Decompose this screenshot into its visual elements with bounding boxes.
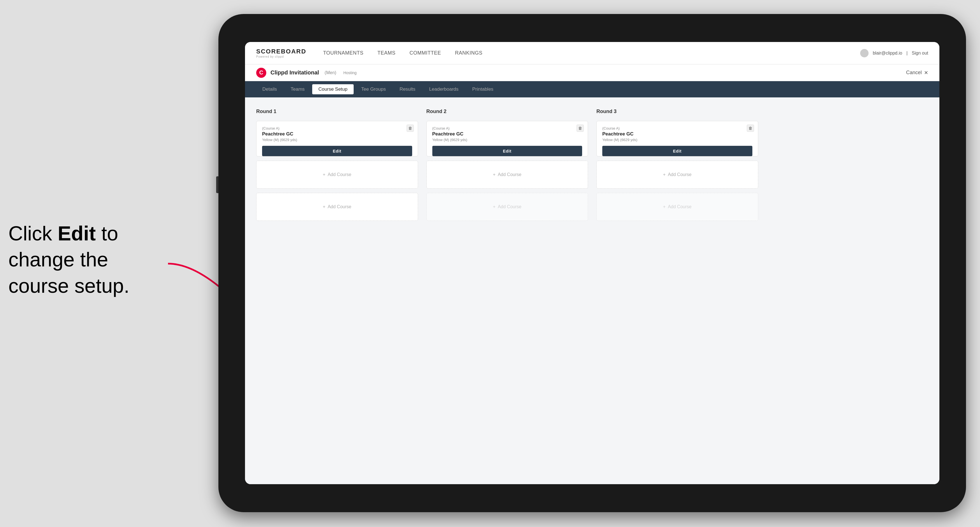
round-1-add-course-2[interactable]: + Add Course xyxy=(256,193,418,221)
round-1-course-card: 🗑 (Course A) Peachtree GC Yellow (M) (66… xyxy=(256,121,418,156)
round-1-title: Round 1 xyxy=(256,109,418,114)
tab-course-setup[interactable]: Course Setup xyxy=(312,84,354,94)
trash-icon-2: 🗑 xyxy=(578,126,582,130)
nav-right: blair@clippd.io | Sign out xyxy=(860,49,928,57)
tournament-gender: (Men) xyxy=(325,70,336,75)
user-email: blair@clippd.io xyxy=(873,51,902,56)
close-icon: ✕ xyxy=(924,70,928,76)
round-2-title: Round 2 xyxy=(426,109,588,114)
round-1-course-label: (Course A) xyxy=(262,126,412,130)
separator: | xyxy=(906,51,907,56)
tab-details[interactable]: Details xyxy=(256,84,283,94)
nav-committee[interactable]: COMMITTEE xyxy=(410,50,441,56)
nav-links: TOURNAMENTS TEAMS COMMITTEE RANKINGS xyxy=(323,50,860,56)
round-2-delete-button[interactable]: 🗑 xyxy=(576,125,584,132)
tab-bar: Details Teams Course Setup Tee Groups Re… xyxy=(245,81,939,97)
round-1-column: Round 1 🗑 (Course A) Peachtree GC Yellow… xyxy=(256,109,418,221)
round-2-course-name: Peachtree GC xyxy=(432,131,582,137)
round-2-course-label: (Course A) xyxy=(432,126,582,130)
rounds-container: Round 1 🗑 (Course A) Peachtree GC Yellow… xyxy=(256,109,928,221)
tab-results[interactable]: Results xyxy=(393,84,422,94)
top-nav: SCOREBOARD Powered by clippd TOURNAMENTS… xyxy=(245,42,939,64)
round-3-course-name: Peachtree GC xyxy=(602,131,752,137)
round-3-title: Round 3 xyxy=(597,109,758,114)
plus-icon-1: + xyxy=(323,172,325,177)
trash-icon-3: 🗑 xyxy=(748,126,752,130)
round-2-add-course-2: + Add Course xyxy=(426,193,588,221)
scoreboard-subtitle: Powered by clippd xyxy=(256,55,306,58)
round-1-edit-button[interactable]: Edit xyxy=(262,146,412,156)
round-2-add-course-1[interactable]: + Add Course xyxy=(426,160,588,189)
round-2-edit-button[interactable]: Edit xyxy=(432,146,582,156)
round-3-course-card: 🗑 (Course A) Peachtree GC Yellow (M) (66… xyxy=(597,121,758,156)
user-avatar xyxy=(860,49,869,57)
tab-leaderboards[interactable]: Leaderboards xyxy=(423,84,465,94)
plus-icon-6: + xyxy=(663,204,665,210)
round-3-add-course-1[interactable]: + Add Course xyxy=(597,160,758,189)
trash-icon: 🗑 xyxy=(408,126,412,130)
round-3-edit-button[interactable]: Edit xyxy=(602,146,752,156)
tab-teams[interactable]: Teams xyxy=(285,84,311,94)
nav-rankings[interactable]: RANKINGS xyxy=(455,50,482,56)
nav-tournaments[interactable]: TOURNAMENTS xyxy=(323,50,363,56)
round-3-add-course-2: + Add Course xyxy=(597,193,758,221)
round-1-course-name: Peachtree GC xyxy=(262,131,412,137)
hosting-badge: Hosting xyxy=(343,70,356,75)
tablet-screen: SCOREBOARD Powered by clippd TOURNAMENTS… xyxy=(245,42,939,484)
round-1-delete-button[interactable]: 🗑 xyxy=(407,125,414,132)
plus-icon-5: + xyxy=(663,172,665,177)
page-wrapper: Click Edit tochange thecourse setup. SCO… xyxy=(0,0,980,527)
tablet-frame: SCOREBOARD Powered by clippd TOURNAMENTS… xyxy=(218,14,966,512)
round-3-course-details: Yellow (M) (6629 yds) xyxy=(602,138,752,142)
cancel-button[interactable]: Cancel ✕ xyxy=(906,70,928,76)
tournament-info: C Clippd Invitational (Men) Hosting xyxy=(256,68,357,78)
tab-tee-groups[interactable]: Tee Groups xyxy=(355,84,392,94)
round-2-course-card: 🗑 (Course A) Peachtree GC Yellow (M) (66… xyxy=(426,121,588,156)
round-1-add-course-1[interactable]: + Add Course xyxy=(256,160,418,189)
scoreboard-title: SCOREBOARD xyxy=(256,48,306,55)
plus-icon-4: + xyxy=(493,204,495,210)
round-2-column: Round 2 🗑 (Course A) Peachtree GC Yellow… xyxy=(426,109,588,221)
round-1-course-details: Yellow (M) (6629 yds) xyxy=(262,138,412,142)
round-3-column: Round 3 🗑 (Course A) Peachtree GC Yellow… xyxy=(597,109,758,221)
plus-icon-2: + xyxy=(323,204,325,210)
instruction-text: Click Edit tochange thecourse setup. xyxy=(8,220,171,299)
main-content: Round 1 🗑 (Course A) Peachtree GC Yellow… xyxy=(245,97,939,484)
round-3-course-label: (Course A) xyxy=(602,126,752,130)
plus-icon-3: + xyxy=(493,172,495,177)
round-3-delete-button[interactable]: 🗑 xyxy=(747,125,754,132)
tournament-bar: C Clippd Invitational (Men) Hosting Canc… xyxy=(245,64,939,81)
tournament-name: Clippd Invitational xyxy=(270,70,319,76)
tab-printables[interactable]: Printables xyxy=(466,84,500,94)
round-2-course-details: Yellow (M) (6629 yds) xyxy=(432,138,582,142)
nav-teams[interactable]: TEAMS xyxy=(377,50,396,56)
sign-out-link[interactable]: Sign out xyxy=(912,51,928,56)
side-button xyxy=(216,176,218,193)
clippd-logo: C xyxy=(256,68,266,78)
scoreboard-logo: SCOREBOARD Powered by clippd xyxy=(256,48,306,58)
instruction-bold: Edit xyxy=(58,222,96,244)
